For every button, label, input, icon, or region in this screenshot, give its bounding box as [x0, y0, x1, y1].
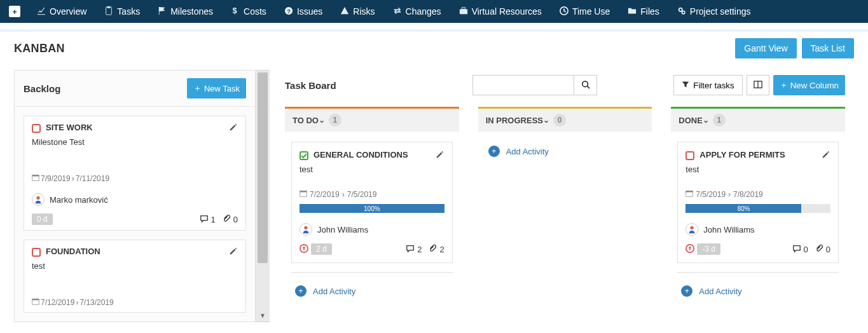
chevron-down-icon[interactable]: ⌄ — [543, 116, 549, 125]
chart-line-icon — [37, 6, 46, 17]
add-activity-row[interactable]: + Add Activity — [677, 282, 839, 301]
board-toolbar: Task Board Filter tasks — [276, 70, 854, 103]
button-label: Filter tasks — [693, 81, 734, 90]
column-name: DONE — [679, 116, 703, 125]
nav-overview[interactable]: Overview — [28, 6, 95, 17]
plus-icon: ＋ — [193, 83, 202, 94]
nav-risks[interactable]: Risks — [331, 6, 383, 17]
svg-rect-24 — [686, 152, 694, 160]
page-title: KANBAN — [14, 42, 65, 55]
backlog-card[interactable]: FOUNDATION test 7/12/2019 › 7/13/2019 — [24, 240, 246, 313]
new-item-button[interactable]: + — [9, 6, 20, 17]
edit-icon[interactable] — [822, 150, 830, 161]
nav-label: Changes — [406, 6, 441, 17]
comment-count: 1 — [211, 215, 216, 224]
gantt-view-button[interactable]: Gantt View — [735, 38, 796, 58]
edit-icon[interactable] — [229, 247, 238, 257]
nav-label: Project settings — [690, 6, 751, 17]
card-title: GENERAL CONDITIONS — [313, 150, 408, 160]
nav-project-settings[interactable]: Project settings — [668, 6, 760, 17]
calendar-icon — [32, 173, 39, 183]
new-task-button[interactable]: ＋ New Task — [187, 78, 246, 99]
date-end: 7/13/2019 — [79, 298, 113, 307]
task-card[interactable]: APPLY FOR PERMITS test 7/5/2019 › — [677, 142, 839, 263]
nav-label: Virtual Resources — [472, 6, 542, 17]
nav-label: Overview — [50, 6, 86, 17]
clipboard-icon — [104, 6, 113, 17]
attachment-icon — [222, 214, 231, 225]
nav-changes[interactable]: Changes — [384, 6, 450, 17]
add-activity-link[interactable]: Add Activity — [313, 287, 355, 296]
column-count: 0 — [553, 114, 566, 126]
svg-rect-1 — [107, 6, 111, 8]
add-activity-link[interactable]: Add Activity — [699, 287, 741, 296]
svg-point-13 — [36, 196, 39, 200]
add-activity-row[interactable]: + Add Activity — [291, 282, 453, 301]
add-activity-link[interactable]: Add Activity — [506, 147, 549, 156]
scroll-down-icon[interactable]: ▼ — [256, 312, 270, 319]
attachment-icon — [428, 244, 437, 255]
kanban-column-todo: TO DO ⌄ 1 GENERAL CONDITIONS — [285, 107, 459, 307]
nav-milestones[interactable]: Milestones — [149, 6, 222, 17]
search-input[interactable] — [472, 75, 574, 95]
column-header[interactable]: IN PROGRESS ⌄ 0 — [478, 107, 652, 132]
svg-rect-6 — [462, 7, 465, 9]
kanban-columns: TO DO ⌄ 1 GENERAL CONDITIONS — [276, 103, 854, 316]
chevron-down-icon[interactable]: ⌄ — [319, 116, 325, 125]
nav-label: Issues — [297, 6, 322, 17]
calendar-icon — [32, 297, 39, 307]
nav-files[interactable]: Files — [619, 6, 668, 17]
nav-issues[interactable]: ? Issues — [275, 6, 331, 17]
calendar-icon — [685, 189, 693, 199]
comment-count: 0 — [804, 245, 808, 254]
columns-layout-button[interactable] — [747, 75, 769, 95]
edit-icon[interactable] — [436, 150, 444, 161]
column-header[interactable]: TO DO ⌄ 1 — [285, 107, 459, 132]
nav-costs[interactable]: $ Costs — [222, 6, 275, 17]
card-subtitle: test — [300, 165, 444, 174]
svg-rect-12 — [32, 175, 39, 176]
column-count: 1 — [329, 114, 341, 126]
progress-bar: 100% — [300, 204, 444, 213]
nav-tasks[interactable]: Tasks — [95, 6, 149, 17]
briefcase-icon — [459, 6, 468, 17]
overdue-icon — [300, 244, 308, 255]
nav-virtual-resources[interactable]: Virtual Resources — [450, 6, 551, 17]
backlog-card[interactable]: SITE WORK Milestone Test 7/9/2019 › 7/11… — [24, 116, 246, 231]
date-end: 7/5/2019 — [347, 190, 377, 199]
backlog-header: Backlog ＋ New Task — [15, 71, 255, 107]
column-header[interactable]: DONE ⌄ 1 — [671, 107, 845, 132]
columns-icon — [754, 80, 762, 91]
card-subtitle: test — [32, 261, 238, 271]
exchange-icon — [393, 6, 402, 17]
plus-circle-icon: + — [488, 146, 500, 157]
vertical-scrollbar[interactable]: ▲ ▼ — [256, 70, 270, 322]
chevron-down-icon[interactable]: ⌄ — [703, 116, 709, 125]
new-column-button[interactable]: ＋ New Column — [773, 75, 845, 95]
card-title: FOUNDATION — [46, 247, 100, 256]
nav-time-use[interactable]: Time Use — [551, 6, 619, 17]
days-badge: -3 d — [697, 243, 720, 255]
card-subtitle: Milestone Test — [32, 137, 238, 147]
task-card[interactable]: GENERAL CONDITIONS test 7/2/2019 › — [291, 142, 453, 263]
card-footer: -3 d 0 0 — [685, 243, 830, 255]
assignee-name: Marko marković — [50, 195, 108, 205]
card-title: SITE WORK — [46, 123, 93, 132]
nav-label: Risks — [353, 6, 375, 17]
svg-point-27 — [691, 226, 694, 229]
search-button[interactable] — [574, 75, 597, 95]
svg-point-8 — [679, 8, 682, 11]
assignee-row: John Williams — [685, 223, 830, 236]
scrollbar-thumb[interactable] — [258, 72, 268, 263]
svg-rect-14 — [32, 248, 40, 256]
task-list-button[interactable]: Task List — [802, 38, 854, 58]
svg-point-22 — [304, 226, 307, 229]
comment-icon — [406, 244, 415, 255]
svg-rect-16 — [32, 299, 39, 300]
edit-icon[interactable] — [229, 123, 238, 133]
main-area: Backlog ＋ New Task SITE WORK Milestone T… — [0, 70, 868, 322]
svg-point-17 — [582, 81, 588, 86]
add-activity-row[interactable]: + Add Activity — [485, 142, 646, 161]
board-title: Task Board — [285, 80, 336, 91]
filter-tasks-button[interactable]: Filter tasks — [673, 75, 742, 95]
